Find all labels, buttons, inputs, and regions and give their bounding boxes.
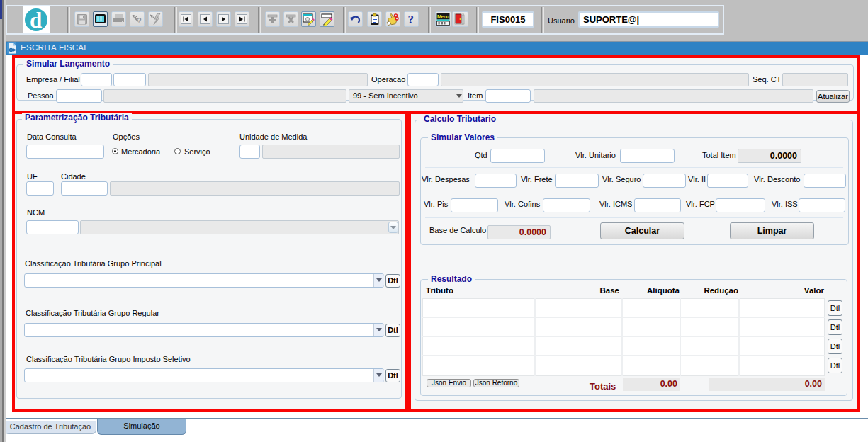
svg-text:?: ? [137,16,142,25]
svg-text:Menu: Menu [437,13,449,20]
svg-text:?: ? [408,13,415,26]
